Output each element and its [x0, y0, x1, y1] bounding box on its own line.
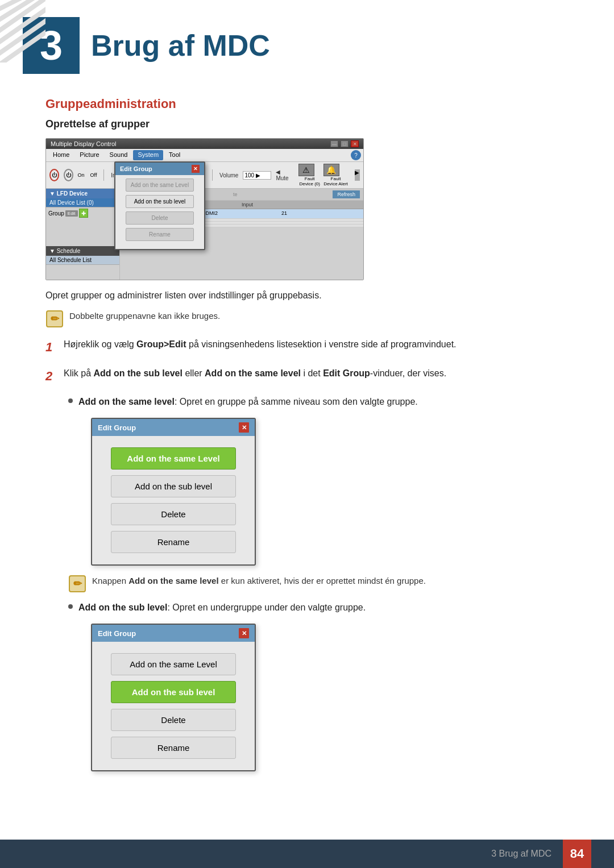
maximize-button[interactable]: □	[341, 140, 349, 147]
footer-page-number: 84	[563, 840, 591, 868]
step-2: 2 Klik på Add on the sub level eller Add…	[45, 366, 569, 386]
menu-sound[interactable]: Sound	[105, 150, 132, 160]
group-label: Group	[48, 210, 64, 217]
schedule-section[interactable]: ▼ Schedule	[46, 246, 119, 256]
menu-system[interactable]: System	[133, 150, 163, 160]
all-device-item[interactable]: All Device List (0)	[46, 198, 119, 207]
popup1-rename-btn[interactable]: Rename	[111, 531, 236, 553]
svg-text:✏: ✏	[51, 313, 60, 325]
bullet-same-level-text: Add on the same level: Opret en gruppe p…	[78, 395, 418, 409]
menu-picture[interactable]: Picture	[75, 150, 103, 160]
edit-group-popup-2: Edit Group ✕ Add on the same Level Add o…	[91, 624, 256, 771]
popup2-add-sub-level-btn[interactable]: Add on the sub level	[111, 681, 236, 703]
popup2-delete-btn[interactable]: Delete	[111, 709, 236, 731]
popup1-add-sub-level-btn[interactable]: Add on the sub level	[111, 475, 236, 497]
bullet-dot-2	[68, 604, 73, 609]
volume-label: Volume	[219, 172, 238, 178]
chapter-title: Brug af MDC	[91, 17, 270, 74]
eg-popup1-title: Edit Group ✕	[92, 419, 255, 436]
off-label: Off	[90, 172, 97, 178]
svg-text:✏: ✏	[73, 578, 82, 589]
description-text: Opret grupper og administrer listen over…	[45, 290, 569, 301]
volume-select[interactable]: 100 ▶	[243, 171, 271, 180]
eg-popup2-close-btn[interactable]: ✕	[239, 628, 249, 638]
scroll-right-icon[interactable]: ▶	[355, 169, 360, 181]
rename-btn-small[interactable]: Rename	[126, 228, 194, 241]
group-add-icon[interactable]: ✚	[79, 209, 88, 218]
add-same-level-btn-small[interactable]: Add on the same Level	[126, 178, 194, 192]
cell-id: 21	[281, 210, 361, 217]
bullet-sub-level: Add on the sub level: Opret en undergrup…	[68, 601, 569, 614]
info-note-text-1: Dobbelte gruppenavne kan ikke bruges.	[69, 310, 220, 323]
popup2-add-same-level-btn[interactable]: Add on the same Level	[111, 653, 236, 675]
mdc-sidebar: ▼ LFD Device All Device List (0) Group E…	[46, 189, 120, 280]
edit-group-dialog-box[interactable]: Edit Group ✕ Add on the same Level Add o…	[114, 161, 205, 250]
main-header-te: te	[233, 192, 238, 197]
popup2-rename-btn[interactable]: Rename	[111, 737, 236, 759]
info-note-icon-1: ✏	[45, 310, 64, 328]
edit-group-popup-1: Edit Group ✕ Add on the same Level Add o…	[91, 418, 256, 566]
info-note-1: ✏ Dobbelte gruppenavne kan ikke bruges.	[45, 310, 569, 328]
power-on-button[interactable]: ⏻	[49, 169, 59, 181]
power-off-button[interactable]: ⏻	[64, 169, 73, 181]
mdc-window-controls[interactable]: — □ ✕	[330, 140, 359, 147]
group-area	[46, 219, 119, 242]
col-input: Input	[242, 202, 361, 207]
bullet-list-2: Add on the sub level: Opret en undergrup…	[68, 601, 569, 614]
page-header: 3 Brug af MDC	[0, 0, 614, 85]
all-schedule-item[interactable]: All Schedule List	[46, 256, 119, 265]
footer-chapter-label: 3 Brug af MDC	[491, 849, 551, 859]
info-note-2: ✏ Knappen Add on the same level er kun a…	[68, 575, 569, 593]
edit-group-close-btn[interactable]: ✕	[192, 165, 200, 173]
popup1-delete-btn[interactable]: Delete	[111, 503, 236, 525]
bullet-sub-level-text: Add on the sub level: Opret en undergrup…	[78, 601, 366, 614]
mdc-window: Multiple Display Control — □ ✕ Home Pict…	[45, 138, 364, 280]
section-title: Gruppeadministration	[45, 97, 569, 111]
eg-popup2-title: Edit Group ✕	[92, 625, 255, 642]
close-button[interactable]: ✕	[351, 140, 359, 147]
info-note-text-2: Knappen Add on the same level er kun akt…	[92, 575, 426, 588]
mdc-menu-bar[interactable]: Home Picture Sound System Tool ?	[46, 149, 363, 162]
eg-popup1-close-btn[interactable]: ✕	[239, 422, 249, 433]
cell-input: HDMI2	[202, 210, 281, 217]
page-footer: 3 Brug af MDC 84	[0, 840, 614, 868]
add-sub-level-btn-small[interactable]: Add on the sub level	[126, 195, 194, 208]
lfd-section[interactable]: ▼ LFD Device	[46, 189, 119, 198]
diagonal-decoration	[0, 0, 45, 63]
help-icon[interactable]: ?	[351, 150, 361, 160]
mdc-window-title: Multiple Display Control	[51, 140, 117, 147]
mute-label: ◀ Mute	[276, 169, 289, 181]
minimize-button[interactable]: —	[330, 140, 338, 147]
mdc-title-bar: Multiple Display Control — □ ✕	[46, 139, 363, 149]
refresh-button[interactable]: Refresh	[333, 190, 360, 198]
group-row: Group Edit ✚	[46, 207, 119, 219]
edit-button[interactable]: Edit	[65, 210, 78, 217]
menu-home[interactable]: Home	[48, 150, 74, 160]
popup1-add-same-level-btn[interactable]: Add on the same Level	[111, 447, 236, 470]
step-1: 1 Højreklik og vælg Group>Edit på visnin…	[45, 337, 569, 357]
bullet-dot-1	[68, 398, 73, 403]
main-content: Gruppeadministration Oprettelse af grupp…	[0, 97, 614, 815]
fault-device-icons: ⚠ Fault Device (0) 🔔 Fault Device Alert	[298, 164, 349, 186]
subsection-title: Oprettelse af grupper	[45, 118, 569, 130]
menu-tool[interactable]: Tool	[164, 150, 185, 160]
edit-group-title: Edit Group ✕	[115, 163, 204, 175]
bullet-list: Add on the same level: Opret en gruppe p…	[68, 395, 569, 409]
delete-btn-small[interactable]: Delete	[126, 211, 194, 225]
bullet-same-level: Add on the same level: Opret en gruppe p…	[68, 395, 569, 409]
numbered-steps: 1 Højreklik og vælg Group>Edit på visnin…	[45, 337, 569, 386]
mdc-screenshot-container: Multiple Display Control — □ ✕ Home Pict…	[45, 138, 569, 280]
info-note-icon-2: ✏	[68, 575, 86, 593]
on-label: On	[78, 172, 85, 178]
